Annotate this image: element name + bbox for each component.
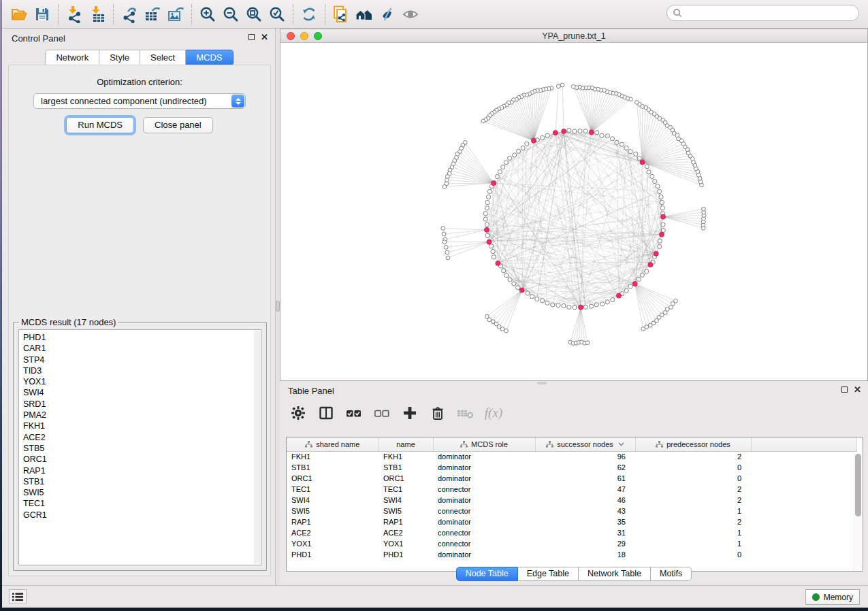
deselect-all-icon[interactable] bbox=[373, 403, 391, 423]
column-header-successor-nodes[interactable]: successor nodes bbox=[535, 437, 635, 451]
open-file-icon[interactable] bbox=[7, 3, 31, 25]
network-node[interactable] bbox=[624, 146, 628, 150]
select-all-icon[interactable] bbox=[345, 403, 363, 423]
table-cell[interactable]: RAP1 bbox=[287, 516, 379, 527]
network-node[interactable] bbox=[498, 169, 502, 174]
network-node[interactable] bbox=[645, 165, 649, 169]
network-node[interactable] bbox=[573, 306, 577, 310]
network-node[interactable] bbox=[634, 152, 638, 156]
table-cell[interactable]: 46 bbox=[535, 495, 635, 506]
mcds-node[interactable] bbox=[553, 131, 558, 135]
network-leaf-node[interactable] bbox=[557, 84, 561, 88]
table-scrollbar[interactable] bbox=[854, 452, 861, 571]
network-node[interactable] bbox=[521, 146, 525, 150]
mcds-result-item[interactable]: PHD1 bbox=[23, 332, 261, 343]
table-cell[interactable]: 96 bbox=[535, 451, 635, 462]
network-node[interactable] bbox=[640, 273, 644, 277]
network-node[interactable] bbox=[653, 180, 657, 184]
table-cell[interactable]: connector bbox=[433, 484, 535, 495]
mcds-node[interactable] bbox=[487, 240, 492, 244]
network-leaf-node[interactable] bbox=[442, 232, 446, 236]
network-node[interactable] bbox=[485, 206, 489, 210]
network-node[interactable] bbox=[562, 303, 566, 308]
import-network-icon[interactable] bbox=[63, 3, 86, 25]
table-cell[interactable]: 35 bbox=[535, 516, 635, 527]
table-row[interactable]: ACE2ACE2connector311 bbox=[287, 527, 856, 538]
table-cell[interactable]: 0 bbox=[635, 473, 751, 484]
table-cell[interactable]: YOX1 bbox=[287, 538, 379, 549]
network-leaf-node[interactable] bbox=[443, 185, 447, 189]
network-node[interactable] bbox=[660, 206, 664, 210]
table-row[interactable]: PHD1PHD1dominator180 bbox=[287, 549, 856, 560]
tab-network-table[interactable]: Network Table bbox=[579, 567, 651, 581]
mcds-result-item[interactable]: ORC1 bbox=[23, 454, 261, 465]
mcds-node[interactable] bbox=[660, 214, 665, 219]
network-node[interactable] bbox=[600, 302, 605, 306]
table-cell[interactable]: 43 bbox=[535, 506, 635, 516]
table-cell[interactable]: TEC1 bbox=[379, 484, 433, 495]
network-node[interactable] bbox=[659, 195, 663, 199]
mcds-list-scrollbar[interactable] bbox=[254, 331, 260, 564]
search-input[interactable] bbox=[686, 8, 858, 18]
table-cell[interactable]: 1 bbox=[635, 538, 751, 549]
table-cell[interactable]: 2 bbox=[635, 484, 751, 495]
tab-edge-table[interactable]: Edge Table bbox=[518, 567, 579, 581]
network-node[interactable] bbox=[486, 195, 490, 199]
network-node[interactable] bbox=[495, 175, 499, 179]
network-leaf-node[interactable] bbox=[674, 299, 678, 303]
table-cell[interactable]: connector bbox=[433, 538, 535, 549]
table-cell[interactable]: RAP1 bbox=[379, 516, 433, 527]
table-cell[interactable]: 2 bbox=[635, 451, 751, 462]
network-node[interactable] bbox=[525, 142, 529, 146]
hide-graphics-details-icon[interactable] bbox=[376, 3, 399, 25]
network-node[interactable] bbox=[637, 156, 641, 161]
network-node[interactable] bbox=[628, 150, 632, 154]
close-panel-icon[interactable]: ✕ bbox=[261, 33, 268, 41]
import-table-icon[interactable] bbox=[86, 3, 109, 25]
mcds-result-item[interactable]: YOX1 bbox=[23, 376, 261, 387]
network-node[interactable] bbox=[605, 300, 609, 304]
tab-select[interactable]: Select bbox=[140, 50, 186, 66]
network-leaf-node[interactable] bbox=[585, 341, 590, 345]
mcds-node[interactable] bbox=[654, 251, 658, 256]
network-node[interactable] bbox=[556, 303, 560, 307]
network-node[interactable] bbox=[628, 284, 632, 288]
network-node[interactable] bbox=[504, 161, 508, 165]
add-column-icon[interactable] bbox=[401, 403, 419, 423]
table-row[interactable]: ORC1ORC1dominator610 bbox=[287, 473, 856, 484]
mcds-node[interactable] bbox=[579, 305, 583, 310]
mcds-node[interactable] bbox=[632, 282, 637, 286]
mcds-node[interactable] bbox=[484, 227, 489, 232]
mcds-result-item[interactable]: ACE2 bbox=[23, 432, 261, 443]
network-node[interactable] bbox=[483, 212, 487, 216]
network-node[interactable] bbox=[541, 299, 545, 303]
network-node[interactable] bbox=[583, 305, 588, 309]
table-cell[interactable]: 29 bbox=[535, 538, 635, 549]
network-node[interactable] bbox=[656, 184, 660, 188]
mcds-result-item[interactable]: SWI4 bbox=[23, 387, 261, 398]
mcds-node[interactable] bbox=[519, 288, 524, 293]
tab-node-table[interactable]: Node Table bbox=[456, 567, 518, 581]
table-cell[interactable]: connector bbox=[433, 527, 535, 538]
network-node[interactable] bbox=[501, 165, 505, 169]
table-cell[interactable]: 1 bbox=[635, 506, 751, 516]
network-node[interactable] bbox=[645, 269, 649, 274]
table-cell[interactable]: dominator bbox=[433, 462, 535, 473]
network-node[interactable] bbox=[541, 135, 545, 139]
run-mcds-button[interactable]: Run MCDS bbox=[66, 117, 134, 133]
export-network-icon[interactable] bbox=[118, 3, 141, 25]
network-node[interactable] bbox=[516, 286, 520, 290]
network-node[interactable] bbox=[595, 131, 599, 135]
network-leaf-node[interactable] bbox=[634, 101, 639, 105]
zoom-fit-icon[interactable] bbox=[242, 3, 266, 25]
network-node[interactable] bbox=[551, 303, 555, 307]
task-history-button[interactable] bbox=[9, 589, 27, 604]
network-node[interactable] bbox=[485, 222, 489, 227]
table-cell[interactable]: 1 bbox=[635, 527, 751, 538]
mcds-result-item[interactable]: TID3 bbox=[23, 365, 261, 376]
table-cell[interactable]: STB1 bbox=[379, 462, 433, 473]
export-table-icon[interactable] bbox=[141, 3, 164, 25]
network-node[interactable] bbox=[605, 134, 609, 138]
network-node[interactable] bbox=[620, 142, 624, 146]
table-cell[interactable]: 18 bbox=[535, 549, 635, 560]
